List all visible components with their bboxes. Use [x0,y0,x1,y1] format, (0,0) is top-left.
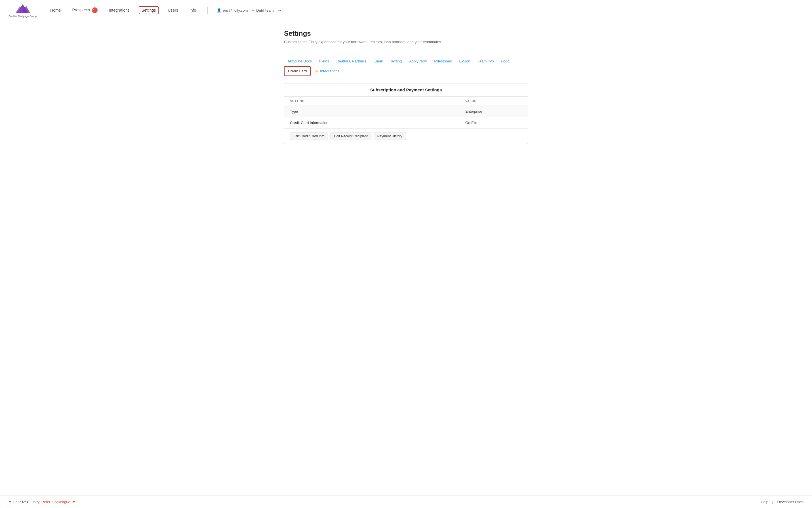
tab-team-info[interactable]: Team Info [474,57,497,66]
tab-e-sign[interactable]: E-Sign [456,57,473,66]
prospects-badge: 18 [92,7,98,13]
payment-history-button[interactable]: Payment History [374,132,406,140]
nav-info[interactable]: Info [187,7,198,14]
tab-email[interactable]: Email [370,57,386,66]
main-header: Boulder Mortgage Group Home Prospects 18… [0,0,812,21]
subscription-card: Subscription and Payment Settings SETTIN… [284,83,528,144]
tab-apply-now[interactable]: Apply Now [406,57,430,66]
tab-template-docs[interactable]: Template Docs [284,57,315,66]
page-divider [284,51,528,51]
tab-milestones[interactable]: Milestones [431,57,455,66]
logo-area[interactable]: Boulder Mortgage Group [8,3,37,18]
logo-company-name: Boulder Mortgage Group [8,15,37,18]
row-cc-setting: Credit Card Information [290,121,465,125]
team-name[interactable]: Dutil Team [252,8,273,12]
user-email[interactable]: eric@floify.com [217,8,248,12]
logout-icon[interactable] [278,8,282,12]
row-type-value: Enterprise [465,109,522,114]
nav-prospects[interactable]: Prospects 18 [70,6,100,14]
user-icon [217,8,221,12]
nav-users[interactable]: Users [166,7,180,14]
settings-tabs: Template Docs Fields Realtors, Partners … [284,57,528,76]
tab-credit-card[interactable]: Credit Card [284,66,311,76]
subscription-actions: Edit Credit Card Info Edit Receipt Recip… [284,128,528,144]
edit-receipt-recipient-button[interactable]: Edit Receipt Recipient [330,132,371,140]
col-value-header: VALUE [465,99,522,103]
page-content: Settings Customize the Floify experience… [278,21,534,153]
table-row: Credit Card Information On File [284,117,528,128]
logo-icon [14,3,31,14]
table-row: Type Enterprise [284,105,528,117]
nav-integrations[interactable]: Integrations [107,7,132,14]
tab-texting[interactable]: Texting [387,57,405,66]
edit-credit-card-info-button[interactable]: Edit Credit Card Info [290,132,328,140]
nav-home[interactable]: Home [48,7,63,14]
nav-settings[interactable]: Settings [139,6,159,14]
integrations-icon [315,69,319,73]
nav-right: eric@floify.com Dutil Team [217,8,281,12]
tab-integrations[interactable]: Integrations [311,67,343,76]
table-header: SETTING VALUE [284,96,528,105]
tab-realtors-partners[interactable]: Realtors, Partners [333,57,370,66]
row-type-setting: Type [290,109,465,114]
main-nav: Home Prospects 18 Integrations Settings … [48,6,804,14]
row-cc-value: On File [465,121,522,125]
page-subtitle: Customize the Floify experience for your… [284,40,528,44]
team-icon [252,8,255,12]
subscription-card-title: Subscription and Payment Settings [284,83,528,96]
tab-logo[interactable]: Logo [498,57,513,66]
page-title: Settings [284,30,528,37]
tab-fields[interactable]: Fields [316,57,332,66]
col-setting-header: SETTING [290,99,465,103]
